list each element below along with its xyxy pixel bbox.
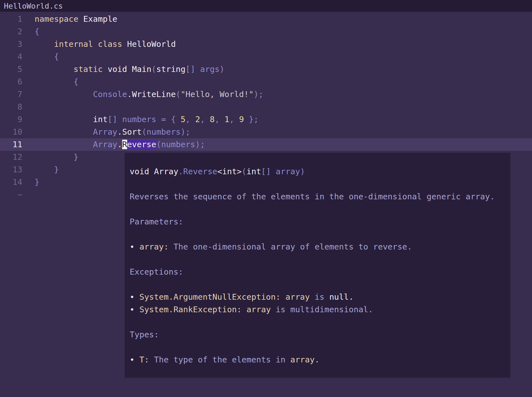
code-token: The one-dimensional array of elements to…	[169, 242, 412, 251]
code-token: );	[254, 89, 263, 99]
code-token: int	[246, 167, 261, 176]
line-number: 3	[0, 38, 22, 50]
line-number: 7	[0, 88, 22, 101]
code-token: Exceptions:	[130, 267, 183, 277]
code-token: WriteLine	[132, 89, 176, 99]
code-token: 5	[181, 115, 185, 124]
code-token: {	[54, 52, 59, 61]
code-token: 8	[210, 115, 215, 124]
line-number: 9	[0, 113, 22, 126]
code-token: System.ArgumentNullException:	[139, 292, 280, 302]
code-token: .	[178, 167, 183, 176]
hover-doc-line	[130, 253, 510, 266]
code-line-1[interactable]: 1namespace Example	[0, 13, 532, 25]
code-token: internal class	[54, 39, 127, 49]
code-token: }	[74, 152, 78, 162]
code-token: array:	[139, 242, 169, 251]
hover-doc-popup: void Array.Reverse<int>(int[] array)Reve…	[125, 153, 510, 378]
code-line-text: {	[35, 25, 39, 38]
code-token: Reverse	[183, 167, 217, 176]
hover-doc-line	[130, 316, 510, 328]
code-line-text: }	[35, 163, 59, 176]
code-token: T:	[139, 355, 149, 364]
hover-doc-line	[130, 153, 510, 165]
code-token: HelloWorld	[127, 39, 176, 49]
code-token: };	[244, 115, 258, 124]
hover-doc-line: Types:	[130, 328, 510, 341]
code-token	[35, 64, 74, 74]
code-token: (	[242, 167, 246, 176]
line-number: 2	[0, 25, 22, 38]
editor-window: HelloWorld.cs 1namespace Example2{3 inte…	[0, 0, 532, 397]
code-token: Example	[83, 14, 117, 24]
code-token: (	[156, 140, 161, 149]
code-token: void Array	[130, 167, 178, 176]
code-token: numbers	[147, 127, 181, 137]
code-token: );	[181, 127, 190, 137]
code-token: The type of the elements in	[149, 355, 290, 364]
line-number: 10	[0, 126, 22, 138]
code-token	[35, 77, 74, 86]
line-number: 12	[0, 151, 22, 163]
code-token: numbers	[122, 115, 156, 124]
code-token: []	[108, 115, 122, 124]
hover-doc-line: • System.RankException: array is multidi…	[130, 303, 510, 316]
code-token	[35, 115, 93, 124]
code-token: int	[93, 115, 108, 124]
code-token	[242, 305, 246, 314]
code-token: = {	[156, 115, 181, 124]
code-token: <int>	[217, 167, 241, 176]
code-line-text: Console.WriteLine("Hello, World!");	[35, 88, 263, 101]
code-line-10[interactable]: 10 Array.Sort(numbers);	[0, 126, 532, 138]
code-token: array	[286, 292, 310, 302]
code-token: array.	[290, 355, 320, 364]
hover-doc-line	[130, 278, 510, 291]
code-token: (	[151, 64, 156, 74]
code-line-3[interactable]: 3 internal class HelloWorld	[0, 38, 532, 50]
code-token	[35, 140, 93, 149]
line-number: 1	[0, 13, 22, 25]
code-line-7[interactable]: 7 Console.WriteLine("Hello, World!");	[0, 88, 532, 101]
code-line-9[interactable]: 9 int[] numbers = { 5, 2, 8, 1, 9 };	[0, 113, 532, 126]
code-token	[280, 292, 285, 302]
code-token: .	[117, 127, 122, 137]
code-token: (	[176, 89, 180, 99]
tilde-marker: ~	[0, 188, 22, 201]
code-line-5[interactable]: 5 static void Main(string[] args)	[0, 63, 532, 76]
code-line-text: namespace Example	[35, 13, 117, 25]
code-token: .	[117, 140, 122, 149]
code-token	[35, 52, 54, 61]
hover-doc-line	[130, 341, 510, 354]
line-number: 6	[0, 76, 22, 88]
code-token: {	[35, 27, 39, 36]
line-number: 14	[0, 176, 22, 188]
code-token: .	[127, 89, 132, 99]
code-line-2[interactable]: 2{	[0, 25, 532, 38]
code-line-text: }	[35, 151, 78, 163]
hover-doc-line: • T: The type of the elements in array.	[130, 354, 510, 366]
code-token: }	[35, 177, 39, 187]
hover-doc-line: • System.ArgumentNullException: array is…	[130, 291, 510, 303]
code-token: numbers	[161, 140, 195, 149]
code-token: Array	[93, 140, 117, 149]
code-token: )	[300, 167, 305, 176]
line-number: 13	[0, 163, 22, 176]
code-line-4[interactable]: 4 {	[0, 50, 532, 63]
code-token: Reverses the sequence of the elements in…	[130, 192, 495, 201]
hover-doc-line: Parameters:	[130, 216, 510, 228]
code-token	[35, 152, 74, 162]
code-line-8[interactable]: 8	[0, 101, 532, 113]
code-line-11[interactable]: 11 Array.Reverse(numbers);	[0, 138, 532, 151]
code-line-text: internal class HelloWorld	[35, 38, 176, 50]
code-token: )	[220, 64, 224, 74]
code-token: is multidimensional.	[271, 305, 373, 314]
hover-doc-line: void Array.Reverse<int>(int[] array)	[130, 165, 510, 178]
code-line-text: {	[35, 76, 78, 88]
hover-doc-line	[130, 203, 510, 216]
code-token: args	[200, 64, 220, 74]
line-number: 5	[0, 63, 22, 76]
code-token: 9	[239, 115, 244, 124]
code-line-text: }	[35, 176, 39, 188]
code-token: 2	[195, 115, 200, 124]
code-line-6[interactable]: 6 {	[0, 76, 532, 88]
